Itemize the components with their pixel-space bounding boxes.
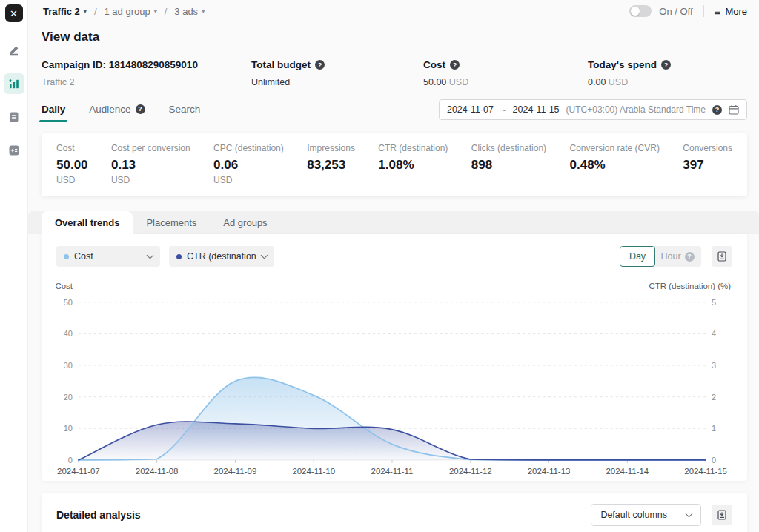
breadcrumb: Traffic 2 ▾ / 1 ad group ▾ / 3 ads ▾ [42, 4, 206, 19]
help-icon[interactable]: ? [450, 60, 460, 70]
cost-block: Cost ? 50.00 USD [423, 59, 588, 87]
svg-text:5: 5 [712, 298, 716, 307]
tab-daily[interactable]: Daily [42, 104, 65, 116]
campaign-name: Traffic 2 [43, 6, 80, 17]
svg-text:2024-11-07: 2024-11-07 [57, 467, 100, 476]
help-icon[interactable]: ? [712, 105, 722, 115]
svg-text:20: 20 [64, 393, 73, 402]
assets-icon[interactable] [4, 140, 24, 161]
chevron-down-icon [686, 510, 693, 517]
metric-cpc-destination: CPC (destination) 0.06 USD [213, 143, 284, 185]
svg-text:2024-11-14: 2024-11-14 [606, 467, 649, 476]
tab-overall-trends[interactable]: Overall trends [42, 211, 133, 234]
date-separator: ~ [500, 104, 506, 116]
metric-select-ctr[interactable]: CTR (destination [169, 246, 274, 267]
ads-label: 3 ads [174, 6, 198, 17]
timezone-label: (UTC+03:00) Arabia Standard Time [566, 104, 706, 115]
chevron-down-icon: ▾ [202, 8, 205, 15]
svg-text:CTR (destination) (%): CTR (destination) (%) [649, 282, 731, 290]
left-sidebar: ✕ [0, 0, 28, 532]
toggle-knob [631, 7, 640, 16]
total-budget-label: Total budget [251, 59, 311, 70]
cost-unit: USD [449, 77, 468, 87]
ad-group-label: 1 ad group [105, 6, 150, 17]
breadcrumb-campaign-dropdown[interactable]: Traffic 2 ▾ [42, 4, 88, 19]
more-label: More [725, 6, 747, 17]
todays-spend-label: Today's spend [588, 59, 657, 70]
svg-text:2024-11-13: 2024-11-13 [528, 467, 571, 476]
topbar: Traffic 2 ▾ / 1 ad group ▾ / 3 ads ▾ On … [42, 0, 747, 22]
metric-clicks-destination: Clicks (destination) 898 [471, 143, 546, 185]
tab-placements[interactable]: Placements [133, 211, 210, 234]
tab-audience[interactable]: Audience? [89, 104, 145, 116]
day-button[interactable]: Day [620, 246, 655, 267]
edit-pencil-icon[interactable] [4, 40, 24, 61]
chevron-down-icon [260, 252, 268, 259]
help-icon[interactable]: ? [136, 104, 145, 114]
svg-text:2024-11-08: 2024-11-08 [136, 467, 179, 476]
page-title: View data [42, 30, 747, 44]
trend-chart-svg: 01020304050012345CostCTR (destination) (… [56, 277, 732, 478]
end-date: 2024-11-15 [513, 104, 560, 115]
chevron-down-icon: ▾ [154, 8, 157, 15]
total-budget-block: Total budget ? Unlimited [251, 59, 423, 87]
tab-ad-groups[interactable]: Ad groups [210, 211, 280, 234]
main-content: Traffic 2 ▾ / 1 ad group ▾ / 3 ads ▾ On … [28, 0, 759, 532]
trend-tabs: Overall trends Placements Ad groups [28, 211, 759, 234]
svg-text:2024-11-11: 2024-11-11 [371, 467, 414, 476]
metric-cost-per-conversion: Cost per conversion 0.13 USD [111, 143, 190, 185]
todays-spend-block: Today's spend ? 0.00 USD [588, 59, 747, 87]
detailed-analysis-title: Detailed analysis [56, 509, 141, 521]
metric-conversions: Conversions 397 [683, 143, 732, 185]
analytics-chart-icon[interactable] [4, 73, 24, 94]
campaign-name-sub: Traffic 2 [42, 77, 251, 87]
chevron-down-icon [147, 252, 154, 259]
on-off-toggle[interactable] [629, 5, 652, 17]
export-chart-button[interactable] [712, 246, 732, 267]
cost-series-dot [64, 254, 69, 259]
divider [703, 5, 704, 17]
view-tabs-row: Daily Audience? Search 2024-11-07 ~ 2024… [42, 99, 747, 120]
breadcrumb-ad-group-dropdown[interactable]: 1 ad group ▾ [103, 4, 159, 19]
todays-spend-value: 0.00 [588, 77, 606, 87]
close-icon[interactable]: ✕ [5, 4, 23, 22]
chart-controls: Cost CTR (destination Day Hour ? [56, 246, 732, 267]
calendar-icon[interactable] [729, 104, 739, 115]
detailed-analysis: Detailed analysis Default columns [42, 493, 747, 532]
svg-text:2024-11-12: 2024-11-12 [449, 467, 492, 476]
svg-text:4: 4 [712, 329, 716, 338]
campaign-id-block: Campaign ID: 1814808290859010 Traffic 2 [42, 59, 251, 87]
breadcrumb-separator: / [165, 6, 168, 17]
metric-select-cost[interactable]: Cost [56, 246, 160, 267]
export-table-button[interactable] [712, 505, 732, 525]
svg-text:2024-11-15: 2024-11-15 [684, 467, 727, 476]
menu-icon: ≡ [715, 5, 721, 18]
svg-text:2: 2 [712, 393, 716, 402]
svg-text:40: 40 [64, 329, 73, 338]
breadcrumb-ads-dropdown[interactable]: 3 ads ▾ [173, 4, 206, 19]
metrics-summary: Cost 50.00 USD Cost per conversion 0.13 … [42, 133, 747, 196]
total-budget-value: Unlimited [251, 77, 423, 87]
campaign-id: Campaign ID: 1814808290859010 [42, 59, 198, 70]
columns-select[interactable]: Default columns [591, 504, 701, 526]
view-tabs: Daily Audience? Search [42, 104, 200, 116]
help-icon[interactable]: ? [661, 60, 671, 70]
svg-text:0: 0 [68, 456, 73, 465]
svg-text:50: 50 [64, 298, 73, 307]
svg-text:2024-11-09: 2024-11-09 [214, 467, 257, 476]
help-icon[interactable]: ? [315, 60, 325, 70]
document-icon[interactable] [4, 107, 24, 127]
breadcrumb-separator: / [94, 6, 97, 17]
svg-text:0: 0 [712, 456, 716, 465]
cost-label: Cost [423, 59, 445, 70]
hour-button[interactable]: Hour ? [654, 246, 701, 267]
date-range-picker[interactable]: 2024-11-07 ~ 2024-11-15 (UTC+03:00) Arab… [439, 99, 747, 120]
metric-impressions: Impressions 83,253 [307, 143, 355, 185]
tab-search[interactable]: Search [169, 104, 201, 116]
download-icon [717, 510, 727, 520]
granularity-toggle: Day Hour ? [620, 246, 701, 267]
more-button[interactable]: ≡ More [715, 5, 747, 18]
svg-text:3: 3 [712, 361, 716, 370]
todays-spend-unit: USD [609, 77, 628, 87]
trend-card: Cost CTR (destination Day Hour ? [42, 234, 747, 481]
